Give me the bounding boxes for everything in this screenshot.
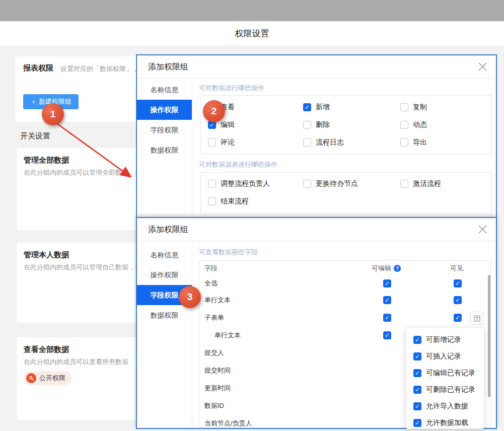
table-scrollbar[interactable] bbox=[488, 275, 491, 397]
window-top-bar bbox=[0, 0, 504, 21]
checkbox[interactable] bbox=[413, 402, 421, 410]
tab-name-info[interactable]: 名称信息 bbox=[137, 80, 192, 100]
row-label-subform: 子表单 bbox=[204, 313, 224, 322]
checkbox[interactable] bbox=[303, 121, 311, 129]
checkbox-change-todo-node[interactable]: 更换待办节点 bbox=[303, 179, 358, 188]
step-badge-1: 1 bbox=[42, 103, 64, 125]
checkbox-allow-import[interactable]: 允许导入数据 bbox=[413, 402, 468, 411]
modal-title: 添加权限组 bbox=[148, 55, 188, 78]
visible-checkbox[interactable] bbox=[454, 314, 462, 322]
checkbox[interactable] bbox=[303, 138, 311, 147]
column-editable: 可编辑 ? bbox=[372, 264, 401, 273]
modal-sidebar: 名称信息 操作权限 字段权限 数据权限 bbox=[137, 78, 192, 220]
checkbox[interactable] bbox=[413, 369, 421, 377]
row-label-update-time: 更新时间 bbox=[204, 384, 231, 393]
report-permission-card: 报表权限 设置对应的「数据权限」，可 ＋ 新建权限组 bbox=[15, 56, 142, 122]
source-ops-section-header: 可对数据源表进行哪些操作 bbox=[199, 160, 277, 169]
checkbox-add[interactable]: 新增 bbox=[303, 103, 330, 112]
tab-name-info[interactable]: 名称信息 bbox=[137, 245, 192, 265]
checkbox[interactable] bbox=[400, 121, 408, 129]
row-label-submitter: 提交人 bbox=[204, 348, 224, 357]
row-label-current-node-owner: 当前节点/负责人 bbox=[204, 419, 252, 428]
data-ops-box: 查看 新增 复制 编辑 删除 动态 评论 流程日志 导出 bbox=[200, 95, 492, 155]
checkbox[interactable] bbox=[413, 352, 421, 361]
add-permission-group-modal-operation: 添加权限组 名称信息 操作权限 字段权限 数据权限 可对数据进行哪些操作 查看 … bbox=[136, 54, 497, 221]
editable-checkbox[interactable] bbox=[383, 296, 391, 304]
source-ops-box: 调整流程负责人 更换待办节点 激活流程 结束流程 bbox=[200, 172, 492, 214]
card-desc: 在此分组内的成员可以管理全部数据，并拥 bbox=[24, 168, 142, 177]
modal-title: 添加权限组 bbox=[148, 218, 188, 241]
public-permission-badge[interactable]: 公开权限 bbox=[24, 371, 71, 385]
checkbox-can-delete-existing[interactable]: 可删除已有记录 bbox=[413, 385, 475, 394]
checkbox-comment[interactable]: 评论 bbox=[208, 138, 235, 147]
editable-checkbox[interactable] bbox=[383, 331, 391, 339]
view-all-data-card: 查看全部数据 在此分组内的成员可以查看所有数据 公开权限 bbox=[16, 336, 142, 421]
card-desc: 在此分组内的成员可以查看所有数据 bbox=[24, 357, 128, 367]
public-permission-label: 公开权限 bbox=[39, 374, 65, 383]
visible-checkbox[interactable] bbox=[454, 296, 462, 304]
modal-sidebar: 名称信息 操作权限 字段权限 数据权限 bbox=[137, 241, 192, 428]
tab-field-permission[interactable]: 字段权限 bbox=[137, 120, 192, 140]
manage-all-data-card: 管理全部数据 在此分组内的成员可以管理全部数据，并拥 bbox=[16, 147, 142, 231]
row-label-single-text: 单行文本 bbox=[204, 296, 231, 305]
tab-data-permission[interactable]: 数据权限 bbox=[137, 140, 192, 160]
modal-header: 添加权限组 bbox=[137, 218, 496, 241]
checkbox-activate-process[interactable]: 激活流程 bbox=[400, 179, 441, 188]
editable-checkbox[interactable] bbox=[383, 314, 391, 322]
card-title: 管理全部数据 bbox=[24, 156, 69, 165]
checkbox-can-edit-existing[interactable]: 可编辑已有记录 bbox=[413, 369, 475, 378]
report-permission-subtitle: 设置对应的「数据权限」，可 bbox=[60, 64, 146, 74]
add-permission-group-modal-field: 添加权限组 名称信息 操作权限 字段权限 数据权限 可查看数据那些字段 字段 可… bbox=[136, 217, 497, 429]
key-icon bbox=[26, 373, 36, 383]
step-badge-3: 3 bbox=[179, 286, 201, 308]
card-title: 查看全部数据 bbox=[24, 345, 69, 354]
data-ops-section-header: 可对数据进行哪些操作 bbox=[199, 84, 264, 93]
checkbox[interactable] bbox=[303, 103, 311, 111]
subform-options-popup: 可新增记录 可插入记录 可编辑已有记录 可删除已有记录 允许导入数据 允许数据加… bbox=[406, 327, 484, 429]
modal-header: 添加权限组 bbox=[137, 55, 496, 79]
report-permission-title: 报表权限 bbox=[23, 63, 53, 73]
checkbox-can-add-record[interactable]: 可新增记录 bbox=[413, 335, 461, 344]
checkbox[interactable] bbox=[303, 180, 311, 188]
card-desc: 在此分组内的成员可以管理自己数据，并拥 bbox=[24, 263, 142, 272]
editable-checkbox[interactable] bbox=[383, 279, 391, 288]
row-label-submit-time: 提交时间 bbox=[204, 366, 231, 375]
tab-data-permission[interactable]: 数据权限 bbox=[137, 305, 192, 325]
checkbox-end-process[interactable]: 结束流程 bbox=[208, 197, 249, 206]
checkbox[interactable] bbox=[400, 138, 408, 147]
tab-operation-permission[interactable]: 操作权限 bbox=[137, 265, 192, 285]
visible-checkbox[interactable] bbox=[454, 279, 462, 288]
column-visible: 可见 bbox=[450, 264, 463, 273]
checkbox[interactable] bbox=[413, 419, 421, 427]
tab-operation-permission[interactable]: 操作权限 bbox=[137, 100, 192, 120]
close-icon[interactable] bbox=[478, 62, 487, 71]
help-icon[interactable]: ? bbox=[394, 265, 401, 272]
row-label-select-all: 全选 bbox=[204, 279, 218, 288]
checkbox-delete[interactable]: 删除 bbox=[303, 120, 330, 129]
checkbox-activity[interactable]: 动态 bbox=[400, 120, 427, 129]
checkbox-allow-data-load[interactable]: 允许数据加载 bbox=[413, 418, 468, 427]
card-title: 管理本人数据 bbox=[24, 250, 69, 260]
checkbox[interactable] bbox=[413, 386, 421, 394]
page-title: 权限设置 bbox=[0, 21, 504, 46]
switch-settings-label: 开关设置 bbox=[20, 131, 50, 141]
checkbox-adjust-process-owner[interactable]: 调整流程负责人 bbox=[208, 179, 270, 188]
subform-settings-button[interactable] bbox=[470, 312, 483, 325]
checkbox-export[interactable]: 导出 bbox=[400, 138, 427, 147]
checkbox[interactable] bbox=[208, 138, 216, 147]
row-label-data-id: 数据ID bbox=[204, 401, 224, 410]
checkbox[interactable] bbox=[208, 180, 216, 188]
field-section-header: 可查看数据那些字段 bbox=[199, 248, 258, 257]
checkbox-copy[interactable]: 复制 bbox=[400, 103, 427, 112]
column-field: 字段 bbox=[204, 264, 218, 273]
checkbox[interactable] bbox=[400, 180, 408, 188]
close-icon[interactable] bbox=[478, 225, 487, 234]
page-header: 权限设置 bbox=[0, 21, 504, 46]
row-label-subform-single-text: 单行文本 bbox=[214, 331, 241, 340]
step-badge-2: 2 bbox=[203, 100, 225, 122]
checkbox[interactable] bbox=[208, 197, 216, 205]
checkbox[interactable] bbox=[400, 103, 408, 111]
checkbox-process-log[interactable]: 流程日志 bbox=[303, 138, 344, 147]
checkbox[interactable] bbox=[413, 336, 421, 344]
checkbox-can-insert-record[interactable]: 可插入记录 bbox=[413, 352, 461, 361]
